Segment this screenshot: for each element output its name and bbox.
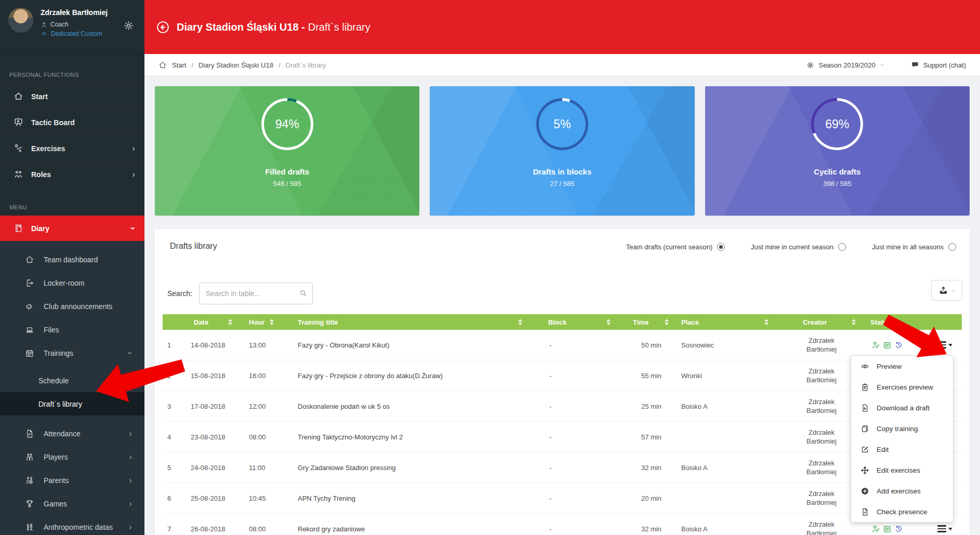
header-hour[interactable]: Hour — [242, 314, 283, 330]
sort-icon[interactable] — [852, 319, 856, 325]
cell-training-title: Rekord gry zadaniowe — [283, 525, 543, 533]
radio-icon[interactable] — [838, 243, 846, 251]
chevron-down-icon: › — [126, 352, 135, 355]
menu-item-preview[interactable]: Preview — [851, 356, 953, 377]
header-creator[interactable]: Creator — [778, 314, 865, 330]
cell-date: 26-08-2018 — [186, 525, 242, 533]
cell-block: - — [543, 464, 620, 472]
sidebar-item-players[interactable]: Players › — [0, 445, 144, 469]
sort-icon[interactable] — [606, 319, 611, 325]
sort-icon[interactable] — [764, 319, 769, 325]
exercises-strategy-icon — [14, 143, 23, 153]
chevron-right-icon: › — [129, 429, 132, 438]
settings-gear-icon[interactable] — [123, 20, 134, 33]
search-input[interactable] — [199, 283, 313, 304]
menu-item-copy-training[interactable]: Copy training — [851, 418, 953, 439]
sort-icon[interactable] — [228, 319, 232, 325]
sort-icon[interactable] — [665, 319, 669, 325]
sidebar-item-schedule[interactable]: Schedule — [0, 369, 144, 392]
cell-block: - — [543, 433, 620, 441]
header-time[interactable]: Time — [620, 314, 678, 330]
sidebar-item-club-announcements[interactable]: Club announcements — [0, 295, 144, 318]
table-row: 4 23-08-2018 08:00 Trening Taktyczno-Mot… — [163, 422, 962, 452]
radio-icon[interactable] — [948, 243, 956, 251]
filter-just-mine-current-season[interactable]: Just mine in current season — [751, 243, 846, 251]
sidebar-item-games[interactable]: Games › — [0, 492, 144, 515]
user-badge-row[interactable]: Dedicated Custom — [41, 30, 102, 37]
header-place[interactable]: Place — [678, 314, 778, 330]
sidebar-section-menu: MENU — [0, 187, 144, 216]
menu-item-edit[interactable]: Edit — [851, 439, 953, 460]
header-block[interactable]: Block — [543, 314, 620, 330]
export-button[interactable] — [931, 280, 962, 301]
season-selector[interactable]: Season 2019/2020 — [806, 61, 884, 69]
sidebar-item-tactic-board[interactable]: Tactic Board — [0, 109, 144, 135]
support-label: Support (chat) — [923, 61, 966, 69]
chevron-right-icon: › — [132, 144, 135, 153]
trophy-icon — [25, 499, 34, 509]
cell-hour: 12:00 — [242, 403, 283, 410]
filter-team-drafts[interactable]: Team drafts (current season) — [626, 243, 725, 251]
table-row: 7 26-08-2018 08:00 Rekord gry zadaniowe … — [163, 514, 962, 535]
diary-submenu-lower: Attendance › Players › Parents › Games › — [0, 416, 144, 535]
cell-block: - — [543, 372, 620, 380]
chevron-right-icon: › — [129, 476, 132, 485]
sidebar-item-exercises[interactable]: Exercises › — [0, 135, 144, 161]
header-training-title[interactable]: Training title — [283, 314, 543, 330]
cell-training-title: Fazy gry - Obrona(Karol Kikut) — [283, 341, 543, 349]
sidebar-item-locker-room[interactable]: Locker-room — [0, 271, 144, 295]
row-actions-menu: Preview Exercises preview Download a dra… — [851, 355, 953, 523]
sort-icon[interactable] — [270, 319, 274, 325]
cell-status — [865, 341, 962, 350]
sidebar-item-anthropometric-datas[interactable]: Anthropometric datas › — [0, 515, 144, 535]
breadcrumb-team[interactable]: Diary Stadion Śląski U18 — [198, 61, 273, 69]
search-row: Search: — [167, 283, 313, 304]
menu-item-add-exercises[interactable]: Add exercises — [851, 480, 953, 501]
row-actions-menu-button[interactable] — [937, 341, 952, 349]
back-button[interactable] — [156, 20, 170, 34]
filter-just-mine-all-seasons[interactable]: Just mine in all seasons — [872, 243, 956, 251]
chevron-down-icon — [880, 63, 885, 67]
cell-time: 20 min — [620, 494, 678, 502]
cell-date: 14-08-2018 — [186, 341, 242, 349]
sidebar-item-files[interactable]: Files — [0, 318, 144, 341]
progress-ring: 69% — [811, 98, 863, 150]
clipboard-icon — [860, 383, 869, 392]
sidebar-item-drafts-library[interactable]: Draft`s library — [0, 392, 144, 416]
menu-item-edit-exercises[interactable]: Edit exercises — [851, 460, 953, 480]
trainings-submenu: Schedule Draft`s library — [0, 365, 144, 416]
presentation-board-icon — [14, 117, 23, 127]
chevron-down-icon — [951, 289, 956, 292]
sidebar-item-team-dashboard[interactable]: Team dashboard — [0, 248, 144, 271]
card-drafts-in-blocks: 5% Drafts in blocks 27 / 585 — [430, 86, 694, 216]
support-chat-button[interactable]: Support (chat) — [911, 61, 966, 69]
sidebar-item-start[interactable]: Start — [0, 83, 144, 109]
sidebar-item-parents[interactable]: Parents › — [0, 469, 144, 492]
sidebar-item-diary[interactable]: Diary › — [0, 216, 144, 241]
search-icon — [299, 289, 308, 298]
drafts-table: Date Hour Training title Block Time Plac… — [163, 314, 962, 535]
sidebar-item-roles[interactable]: Roles › — [0, 161, 144, 187]
cell-date: 15-08-2018 — [186, 372, 242, 380]
progress-ring: 5% — [536, 98, 588, 150]
sidebar-item-attendance[interactable]: Attendance › — [0, 422, 144, 445]
history-icon — [894, 341, 903, 350]
menu-item-download-draft[interactable]: Download a draft — [851, 397, 953, 418]
season-label: Season 2019/2020 — [818, 61, 875, 69]
table-row: 6 25-08-2018 10:45 APN Tychy Trening - 2… — [163, 483, 962, 514]
parents-icon — [25, 476, 34, 485]
gear-icon — [806, 61, 814, 69]
breadcrumb-start[interactable]: Start — [172, 61, 186, 69]
sidebar-item-trainings[interactable]: Trainings › — [0, 341, 144, 365]
menu-item-check-presence[interactable]: Check presence — [851, 501, 953, 522]
diary-submenu: Team dashboard Locker-room Club announce… — [0, 241, 144, 535]
history-icon — [894, 525, 903, 533]
header-status[interactable]: Status — [865, 314, 962, 330]
menu-item-exercises-preview[interactable]: Exercises preview — [851, 377, 953, 397]
row-actions-menu-button[interactable] — [937, 525, 952, 532]
sort-icon[interactable] — [518, 319, 522, 325]
page-title: Diary Stadion Śląski U18 -Draft`s librar… — [177, 21, 370, 33]
header-date[interactable]: Date — [186, 314, 242, 330]
card-count: 27 / 585 — [430, 180, 694, 188]
radio-selected-icon[interactable] — [717, 243, 725, 251]
